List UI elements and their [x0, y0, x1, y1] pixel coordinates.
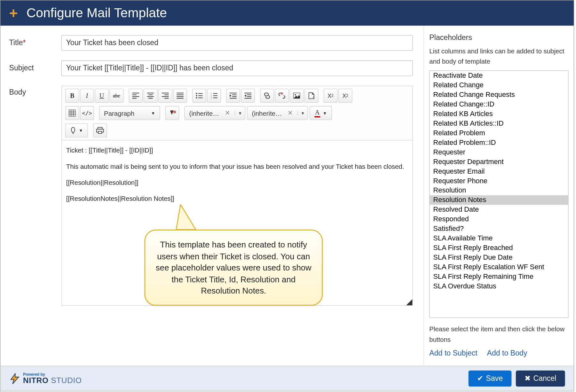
- brand-sub: STUDIO: [51, 376, 82, 385]
- highlight-button[interactable]: ▼: [65, 123, 88, 137]
- placeholder-item[interactable]: Related Change Requests: [430, 90, 568, 100]
- clear-icon[interactable]: ✕: [225, 109, 231, 117]
- outdent-button[interactable]: [241, 89, 255, 103]
- placeholder-item[interactable]: Resolution: [430, 186, 568, 195]
- save-label: Save: [486, 374, 503, 383]
- nitro-bolt-icon: [9, 373, 20, 384]
- placeholder-item[interactable]: Responded: [430, 214, 568, 224]
- bold-button[interactable]: B: [65, 89, 79, 103]
- placeholder-item[interactable]: Requester Email: [430, 167, 568, 176]
- placeholder-item[interactable]: Related KB Articles: [430, 109, 568, 119]
- caret-down-icon: ▼: [151, 111, 155, 115]
- placeholder-item[interactable]: Related KB Articles::ID: [430, 119, 568, 128]
- body-label: Body: [9, 88, 26, 97]
- placeholder-item[interactable]: Reactivate Date: [430, 71, 568, 81]
- placeholder-item[interactable]: Resolution Notes: [430, 195, 568, 205]
- body-line: This automatic mail is being sent to you…: [66, 162, 408, 171]
- caret-down-icon: ▼: [297, 111, 305, 115]
- placeholder-item[interactable]: SLA First Reply Escalation WF Sent: [430, 262, 568, 272]
- source-button[interactable]: </>: [80, 106, 94, 120]
- align-center-button[interactable]: [144, 89, 158, 103]
- resize-handle-icon[interactable]: [406, 299, 412, 305]
- placeholder-item[interactable]: Resolved Date: [430, 205, 568, 215]
- body-line: [[ResolutionNotes||Resolution Notes]]: [66, 194, 408, 203]
- svg-marker-54: [176, 204, 196, 230]
- link-button[interactable]: [260, 89, 274, 103]
- annotation-callout: This template has been created to notify…: [145, 230, 323, 306]
- placeholders-help: Please select the item and then click th…: [429, 318, 574, 349]
- align-right-button[interactable]: [158, 89, 172, 103]
- clear-format-button[interactable]: [165, 106, 179, 120]
- svg-rect-43: [69, 110, 75, 116]
- strikethrough-button[interactable]: abc: [110, 89, 124, 103]
- table-button[interactable]: [65, 106, 79, 120]
- font-size-select[interactable]: (inherite… ✕ ▼: [247, 106, 308, 120]
- svg-point-41: [295, 94, 296, 95]
- placeholder-item[interactable]: Related Problem::ID: [430, 138, 568, 147]
- font-color-button[interactable]: A ▼: [310, 106, 332, 120]
- placeholder-item[interactable]: Related Change::ID: [430, 99, 568, 109]
- subscript-button[interactable]: X2: [324, 89, 338, 103]
- svg-text:+: +: [312, 95, 314, 99]
- brand-logo: Powered by NITRO STUDIO: [9, 373, 82, 385]
- placeholder-item[interactable]: Related Problem: [430, 128, 568, 138]
- placeholder-item[interactable]: Requester Department: [430, 157, 568, 167]
- editor-toolbar: B I U abc: [61, 86, 413, 140]
- callout-text: This template has been created to notify…: [156, 240, 312, 295]
- indent-button[interactable]: [226, 89, 240, 103]
- font-family-label: (inherite…: [189, 109, 222, 117]
- title-input[interactable]: [61, 35, 413, 51]
- placeholder-item[interactable]: SLA First Reply Breached: [430, 243, 568, 253]
- dialog-header: + Configure Mail Template: [0, 0, 573, 26]
- close-icon: ✖: [525, 374, 531, 383]
- svg-marker-55: [11, 373, 19, 384]
- dialog-title: Configure Mail Template: [27, 6, 167, 20]
- svg-marker-48: [170, 110, 174, 115]
- superscript-button[interactable]: X2: [338, 89, 352, 103]
- subject-label: Subject: [9, 64, 34, 72]
- italic-button[interactable]: I: [80, 89, 94, 103]
- caret-down-icon: ▼: [79, 128, 83, 133]
- cancel-button[interactable]: ✖ Cancel: [516, 371, 565, 387]
- font-size-label: (inherite…: [252, 109, 285, 117]
- placeholder-item[interactable]: SLA Overdue Status: [430, 281, 568, 291]
- underline-button[interactable]: U: [95, 89, 109, 103]
- save-button[interactable]: ✔ Save: [469, 371, 511, 387]
- placeholder-item[interactable]: Requester Phone: [430, 176, 568, 186]
- image-button[interactable]: [290, 89, 304, 103]
- subject-input[interactable]: [61, 60, 413, 76]
- paragraph-select[interactable]: Paragraph ▼: [99, 106, 160, 120]
- svg-text:3: 3: [210, 97, 212, 99]
- bullet-list-button[interactable]: [192, 89, 206, 103]
- svg-point-16: [196, 93, 197, 94]
- add-to-subject-link[interactable]: Add to Subject: [429, 349, 477, 357]
- editor-body[interactable]: Ticket : [[Title||Title]] - [[ID||ID]] T…: [61, 140, 413, 306]
- font-family-select[interactable]: (inherite… ✕ ▼: [185, 106, 245, 120]
- placeholder-list[interactable]: Reactivate DateRelated ChangeRelated Cha…: [429, 70, 568, 318]
- placeholder-item[interactable]: SLA First Reply Remaining Time: [430, 272, 568, 281]
- placeholders-heading: Placeholders: [429, 34, 574, 42]
- svg-point-18: [196, 97, 197, 98]
- title-label: Title: [9, 39, 23, 47]
- required-indicator: *: [23, 39, 26, 47]
- placeholder-item[interactable]: Related Change: [430, 81, 568, 90]
- file-button[interactable]: +: [304, 89, 319, 103]
- align-justify-button[interactable]: [173, 89, 187, 103]
- unlink-button[interactable]: [275, 89, 289, 103]
- svg-rect-53: [98, 131, 102, 134]
- body-line: [[Resolution||Resolution]]: [66, 178, 408, 187]
- body-line: Ticket : [[Title||Title]] - [[ID||ID]]: [66, 146, 408, 155]
- placeholder-item[interactable]: Satisfied?: [430, 224, 568, 233]
- placeholder-item[interactable]: Requester: [430, 147, 568, 157]
- placeholders-desc: List columns and links can be added to s…: [429, 47, 574, 66]
- clear-icon[interactable]: ✕: [288, 109, 293, 117]
- print-button[interactable]: [93, 123, 107, 137]
- placeholder-item[interactable]: SLA Available Time: [430, 233, 568, 243]
- add-to-body-link[interactable]: Add to Body: [487, 349, 527, 357]
- align-left-button[interactable]: [129, 89, 143, 103]
- plus-icon: +: [9, 6, 18, 20]
- cancel-label: Cancel: [533, 374, 556, 383]
- numbered-list-button[interactable]: 123: [207, 89, 221, 103]
- placeholder-item[interactable]: SLA First Reply Due Date: [430, 253, 568, 262]
- svg-marker-37: [244, 94, 246, 97]
